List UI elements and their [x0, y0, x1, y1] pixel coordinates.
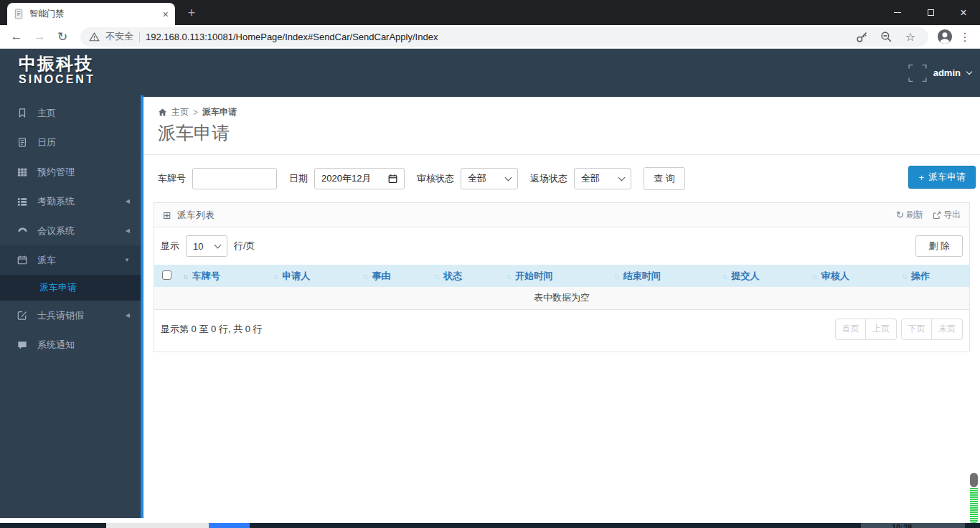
sort-icon[interactable]: ↑↓: [434, 273, 438, 280]
sort-icon[interactable]: ↑↓: [614, 273, 618, 280]
close-icon: ×: [960, 7, 966, 19]
brand-logo: 中振科技 SINOCENT: [19, 55, 95, 86]
column-header-applicant[interactable]: ↑↓申请人: [268, 265, 358, 287]
review-status-label: 审核状态: [417, 172, 454, 185]
window-maximize-button[interactable]: [914, 0, 947, 25]
filter-bar: 车牌号 日期 2020年12月 审核状态 全部 返场状态 全部 查 询 + 派车…: [143, 155, 980, 190]
taskbar-tray-area[interactable]: [861, 523, 965, 528]
date-label: 日期: [289, 172, 308, 185]
expanded-arrow-icon: ▼: [124, 257, 130, 263]
sidebar-item-calendar[interactable]: 日历: [0, 128, 141, 157]
reload-button[interactable]: ↻: [52, 27, 73, 47]
profile-avatar-icon[interactable]: [936, 27, 954, 46]
sidebar-subitem-dispatch-apply[interactable]: 派车申请: [0, 275, 141, 301]
browser-titlebar: 智能门禁 × + ×: [0, 0, 980, 25]
sidebar-item-reservation[interactable]: 预约管理: [0, 157, 141, 187]
plate-label: 车牌号: [158, 172, 186, 185]
sort-icon[interactable]: ↑↓: [722, 273, 727, 280]
user-menu[interactable]: admin: [908, 49, 971, 97]
security-warning-icon: [89, 32, 100, 42]
column-header-start-time[interactable]: ↑↓开始时间: [501, 265, 610, 287]
taskbar-active-app[interactable]: [209, 523, 250, 528]
review-status-select[interactable]: 全部: [461, 168, 518, 189]
browser-tab[interactable]: 智能门禁 ×: [7, 3, 175, 25]
back-button[interactable]: ←: [6, 27, 27, 47]
forward-button: →: [29, 27, 50, 47]
sort-icon[interactable]: ↑↓: [812, 273, 816, 280]
column-header-status[interactable]: ↑↓状态: [430, 265, 501, 287]
window-minimize-button[interactable]: [881, 0, 914, 25]
tab-title: 智能门禁: [29, 8, 157, 20]
page-scrollbar[interactable]: [970, 473, 978, 523]
pagination-first-button[interactable]: 首页: [835, 319, 866, 340]
breadcrumb-home[interactable]: 主页: [171, 106, 189, 118]
bookmark-icon: [17, 108, 28, 118]
sort-icon[interactable]: ↑↓: [183, 273, 187, 280]
pagination-next-button[interactable]: 下页: [901, 319, 932, 340]
password-key-icon[interactable]: [852, 27, 871, 46]
chevron-down-icon: [966, 69, 972, 75]
list-icon: [17, 197, 28, 207]
empty-table-row: 表中数据为空: [154, 287, 969, 309]
plate-number-input[interactable]: [192, 168, 277, 189]
bookmark-star-icon[interactable]: ☆: [901, 27, 920, 46]
table-toolbar: 显示 10 行/页 删 除: [154, 227, 969, 265]
sidebar-item-dispatch[interactable]: 派车 ▼: [0, 245, 141, 275]
window-close-button[interactable]: ×: [947, 0, 980, 25]
delete-button[interactable]: 删 除: [915, 235, 963, 257]
column-header-reason[interactable]: ↑↓事由: [359, 265, 430, 287]
sort-icon[interactable]: ↑↓: [902, 273, 906, 280]
scrollbar-thumb[interactable]: [970, 473, 978, 487]
sort-icon[interactable]: ↑↓: [273, 273, 277, 280]
breadcrumb-current: 派车申请: [202, 106, 237, 118]
browser-menu-icon[interactable]: ⋮: [956, 27, 974, 46]
sort-icon[interactable]: ↑↓: [363, 273, 367, 280]
tab-close-icon[interactable]: ×: [163, 9, 169, 19]
url-text[interactable]: 192.168.0.113:10081/HomePage/Index#SendC…: [146, 32, 847, 42]
sidebar-item-attendance[interactable]: 考勤系统 ◀: [0, 187, 141, 216]
sort-icon[interactable]: ↑↓: [506, 273, 510, 280]
export-icon: [933, 211, 941, 220]
brand-name-en: SINOCENT: [19, 73, 95, 86]
broken-avatar-icon: [908, 64, 927, 82]
table-footer: 显示第 0 至 0 行, 共 0 行 首页 上页 下页 末页: [154, 310, 969, 352]
select-all-checkbox[interactable]: [162, 270, 171, 280]
export-button[interactable]: 导出: [933, 209, 961, 221]
collapsed-arrow-icon: ◀: [126, 198, 130, 204]
chevron-down-icon: [618, 174, 626, 182]
calendar-icon: [17, 255, 28, 265]
app-header: [0, 49, 980, 97]
sidebar-item-meeting[interactable]: 会议系统 ◀: [0, 216, 141, 245]
add-dispatch-button[interactable]: + 派车申请: [908, 166, 976, 189]
home-icon: [158, 108, 167, 117]
browser-addressbar: ← → ↻ 不安全 192.168.0.113:10081/HomePage/I…: [0, 25, 980, 49]
security-label[interactable]: 不安全: [105, 30, 133, 43]
column-header-end-time[interactable]: ↑↓结束时间: [610, 265, 718, 287]
collapsed-arrow-icon: ◀: [126, 227, 130, 234]
pagination-prev-button[interactable]: 上页: [866, 319, 897, 340]
edit-icon: [17, 310, 28, 321]
new-tab-button[interactable]: +: [184, 5, 199, 21]
sidebar-item-soldier-leave[interactable]: 士兵请销假 ◀: [0, 301, 141, 330]
page-size-select[interactable]: 10: [186, 235, 227, 257]
zoom-out-icon[interactable]: [877, 27, 895, 46]
pagination: 首页 上页 下页 末页: [835, 319, 963, 340]
pagination-last-button[interactable]: 末页: [932, 319, 963, 340]
url-bar[interactable]: 不安全 192.168.0.113:10081/HomePage/Index#S…: [80, 27, 928, 47]
rows-per-page-label: 行/页: [234, 240, 255, 253]
table-icon: ⊞: [163, 209, 171, 221]
sidebar-item-home[interactable]: 主页: [0, 98, 141, 128]
column-header-plate[interactable]: ↑↓车牌号: [179, 265, 268, 287]
return-status-select[interactable]: 全部: [574, 168, 631, 189]
calendar-picker-icon[interactable]: [388, 174, 397, 184]
refresh-button[interactable]: ↻ 刷新: [896, 209, 923, 221]
search-button[interactable]: 查 询: [644, 167, 685, 190]
taskbar-clock: 10:28: [892, 523, 912, 528]
taskbar-search-box[interactable]: [106, 523, 209, 528]
windows-taskbar[interactable]: 10:28: [0, 523, 980, 528]
sidebar-item-notifications[interactable]: 系统通知: [0, 330, 141, 359]
column-header-reviewer[interactable]: ↑↓审核人: [808, 265, 897, 287]
date-month-input[interactable]: 2020年12月: [314, 168, 405, 189]
column-header-submitter[interactable]: ↑↓提交人: [718, 265, 808, 287]
column-header-actions[interactable]: ↑↓操作: [897, 265, 969, 287]
